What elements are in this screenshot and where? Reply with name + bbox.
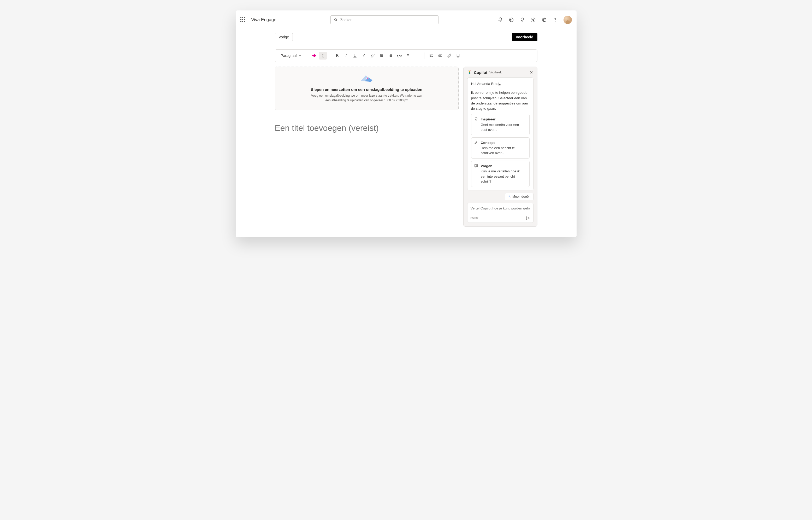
paragraph-style-select[interactable]: Paragraaf (279, 52, 304, 59)
suggestion-desc: Help me een bericht te schrijven over... (481, 146, 526, 156)
copilot-toggle-icon[interactable] (319, 52, 327, 59)
gear-icon[interactable] (531, 17, 536, 23)
more-ideas-label: Meer ideeën (512, 195, 531, 199)
suggestion-inspire[interactable]: Inspireer Geef me ideeën voor een post o… (471, 114, 530, 135)
close-icon[interactable] (529, 70, 533, 74)
search-input[interactable] (340, 18, 435, 22)
svg-point-4 (511, 19, 512, 20)
strikethrough-icon[interactable]: Z (360, 52, 368, 59)
back-button[interactable]: Vorige (275, 33, 293, 41)
char-counter: 0/2000 (471, 216, 479, 219)
copilot-text-input[interactable] (471, 206, 530, 210)
copilot-message: Hoi Amanda Brady, Ik ben er om je te hel… (467, 77, 533, 190)
sparkle-icon (508, 195, 511, 198)
chevron-down-icon (298, 54, 302, 57)
gif-icon[interactable]: GIF (437, 52, 444, 59)
help-icon[interactable] (553, 17, 558, 23)
copilot-badge: Voorbeeld (489, 71, 502, 74)
post-title-input[interactable] (275, 123, 458, 133)
emoji-icon[interactable] (509, 17, 514, 23)
dropzone-line1: Voeg een omslagafbeelding toe om meer le… (285, 93, 448, 98)
toolbar-divider (330, 52, 330, 59)
app-launcher-icon[interactable] (241, 17, 246, 23)
toolbar-divider (424, 52, 424, 59)
app-title: Viva Engage (251, 17, 276, 23)
svg-text:3: 3 (389, 56, 389, 57)
upload-illustration-icon (359, 72, 374, 84)
svg-point-21 (431, 55, 431, 55)
more-formatting-icon[interactable]: ⋯ (413, 52, 421, 59)
quote-icon[interactable]: ❝ (404, 52, 412, 59)
svg-point-8 (380, 54, 381, 55)
code-icon[interactable]: </> (395, 52, 403, 59)
app-window: Viva Engage Vorige Voorbeeld (236, 10, 577, 237)
copilot-greeting: Hoi Amanda Brady, (471, 81, 530, 86)
attachment-icon[interactable] (445, 52, 453, 59)
copilot-name: Copilot (474, 70, 487, 75)
copilot-header: Copilot Voorbeeld (464, 67, 537, 77)
svg-point-7 (555, 21, 555, 21)
dropzone-line2: een afbeelding te uploaden van ongeveer … (285, 98, 448, 103)
dropzone-title: Slepen en neerzetten om een omslagafbeel… (285, 87, 448, 92)
book-icon[interactable] (454, 52, 462, 59)
action-row: Vorige Voorbeeld (275, 29, 537, 45)
topbar-actions (498, 16, 572, 24)
more-ideas-button[interactable]: Meer ideeën (505, 193, 533, 200)
lightbulb-icon (474, 117, 478, 121)
svg-point-29 (367, 78, 368, 79)
svg-text:GIF: GIF (439, 55, 441, 56)
svg-point-32 (476, 166, 476, 166)
copilot-intro: Ik ben er om je te helpen een goede post… (471, 90, 530, 111)
suggestion-title: Concept (481, 140, 526, 146)
svg-rect-24 (457, 54, 459, 57)
bell-icon[interactable] (498, 17, 503, 23)
globe-icon[interactable] (541, 17, 547, 23)
underline-icon[interactable]: U (351, 52, 359, 59)
copilot-panel: Copilot Voorbeeld Hoi Amanda Brady, Ik b… (463, 67, 537, 227)
paragraph-style-label: Paragraaf (281, 54, 297, 58)
svg-point-3 (510, 19, 511, 20)
toolbar-divider (307, 52, 307, 59)
suggestion-desc: Kun je me vertellen hoe ik een interessa… (481, 169, 526, 184)
announcement-icon[interactable] (310, 52, 318, 59)
search-icon (334, 18, 338, 22)
bold-icon[interactable]: B (333, 52, 341, 59)
svg-point-10 (380, 56, 381, 57)
suggestion-draft[interactable]: Concept Help me een bericht te schrijven… (471, 137, 530, 159)
topbar: Viva Engage (236, 10, 577, 29)
preview-button[interactable]: Voorbeeld (512, 33, 537, 41)
suggestion-title: Vragen (481, 163, 526, 169)
svg-point-2 (509, 18, 513, 22)
avatar[interactable] (563, 16, 572, 24)
suggestion-title: Inspireer (481, 117, 526, 122)
chat-question-icon (474, 164, 478, 168)
suggestion-desc: Geef me ideeën voor een post over... (481, 122, 526, 132)
suggestion-ask[interactable]: Vragen Kun je me vertellen hoe ik een in… (471, 161, 530, 187)
copilot-logo-icon (467, 70, 472, 75)
send-icon[interactable] (525, 216, 530, 220)
image-icon[interactable] (427, 52, 436, 59)
editor-toolbar: Paragraaf B I U Z 123 </> ❝ ⋯ GIF (275, 49, 537, 62)
bullet-list-icon[interactable] (378, 52, 386, 59)
copilot-input-box[interactable]: 0/2000 (467, 203, 533, 223)
svg-point-9 (380, 55, 381, 56)
search-box[interactable] (331, 16, 439, 24)
pencil-icon (474, 140, 478, 145)
numbered-list-icon[interactable]: 123 (387, 52, 394, 59)
italic-icon[interactable]: I (342, 52, 350, 59)
svg-line-1 (336, 20, 337, 21)
cover-image-dropzone[interactable]: Slepen en neerzetten om een omslagafbeel… (275, 67, 458, 110)
svg-point-5 (532, 19, 534, 20)
link-icon[interactable] (369, 52, 376, 59)
svg-point-0 (334, 19, 336, 21)
lightbulb-icon[interactable] (520, 17, 525, 23)
